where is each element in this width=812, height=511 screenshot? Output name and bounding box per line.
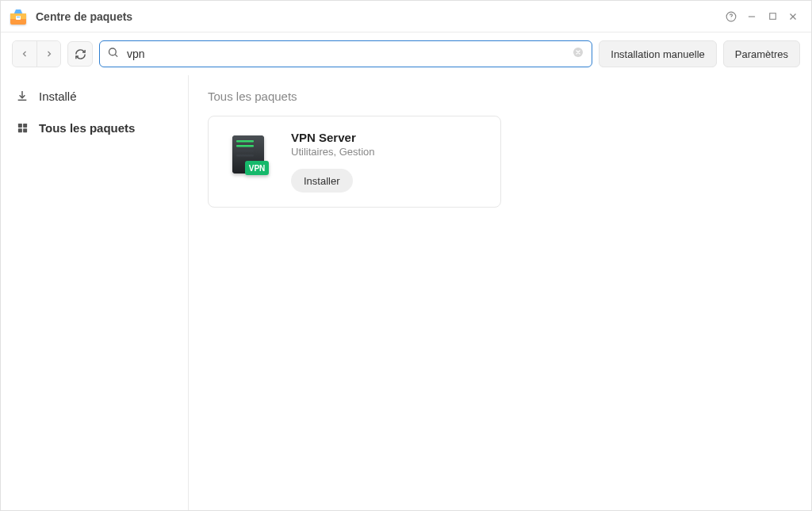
package-card[interactable]: VPN VPN Server Utilitaires, Gestion Inst… (208, 116, 501, 208)
sidebar-item-installed[interactable]: Installé (1, 80, 188, 112)
svg-rect-22 (236, 150, 254, 152)
svg-rect-21 (236, 145, 254, 147)
install-button-label: Installer (304, 175, 340, 187)
search-icon (107, 47, 119, 62)
svg-rect-15 (23, 123, 27, 127)
window-title: Centre de paquets (36, 10, 132, 23)
svg-rect-3 (17, 17, 20, 17)
body: Installé Tous les paquets Tous les paque… (1, 75, 811, 510)
svg-text:VPN: VPN (249, 164, 266, 173)
vpn-server-icon: VPN (224, 131, 275, 181)
svg-rect-14 (17, 123, 21, 127)
settings-button[interactable]: Paramètres (723, 40, 800, 67)
svg-rect-7 (769, 13, 776, 20)
manual-install-label: Installation manuelle (611, 48, 705, 60)
back-button[interactable] (13, 41, 36, 67)
install-button[interactable]: Installer (291, 169, 353, 193)
section-title: Tous les paquets (208, 90, 792, 103)
svg-rect-17 (23, 128, 27, 132)
maximize-button[interactable] (762, 6, 783, 27)
app-icon (9, 7, 28, 26)
sidebar-item-label: Installé (39, 90, 77, 103)
search-input[interactable] (99, 40, 592, 67)
download-icon (15, 90, 29, 102)
sidebar-item-label: Tous les paquets (39, 121, 135, 135)
package-category: Utilitaires, Gestion (291, 146, 485, 158)
forward-button[interactable] (36, 41, 60, 67)
refresh-button[interactable] (67, 41, 93, 67)
manual-install-button[interactable]: Installation manuelle (599, 40, 717, 67)
svg-rect-20 (236, 140, 254, 143)
search-wrap (99, 40, 592, 67)
package-name: VPN Server (291, 131, 485, 144)
help-button[interactable] (721, 6, 741, 27)
titlebar: Centre de paquets (1, 1, 811, 32)
sidebar: Installé Tous les paquets (1, 75, 189, 510)
clear-search-icon[interactable] (572, 46, 584, 62)
svg-rect-16 (17, 128, 21, 132)
content: Tous les paquets (189, 75, 811, 510)
svg-rect-23 (236, 154, 254, 157)
grid-icon (15, 122, 29, 134)
svg-line-11 (115, 55, 117, 57)
toolbar: Installation manuelle Paramètres (1, 32, 811, 75)
svg-rect-2 (16, 16, 21, 20)
settings-label: Paramètres (735, 48, 788, 60)
svg-point-10 (109, 48, 117, 55)
nav-group (12, 40, 61, 67)
package-info: VPN Server Utilitaires, Gestion Installe… (291, 131, 485, 193)
svg-point-5 (731, 18, 732, 19)
minimize-button[interactable] (741, 6, 762, 27)
app-window: Centre de paquets (0, 0, 812, 511)
close-button[interactable] (783, 6, 803, 27)
sidebar-item-all-packages[interactable]: Tous les paquets (1, 112, 188, 143)
